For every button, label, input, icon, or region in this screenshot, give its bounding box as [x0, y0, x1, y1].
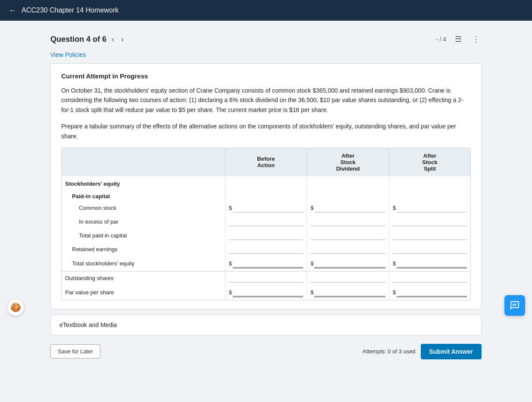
prev-question-button[interactable]: ‹ — [110, 33, 116, 46]
nav-title: ACC230 Chapter 14 Homework — [22, 6, 119, 14]
total-paid-in-before-cell — [225, 229, 307, 243]
view-policies-link[interactable]: View Policies — [50, 51, 86, 58]
attempt-label: Current Attempt in Progress — [61, 72, 471, 80]
common-stock-split-input[interactable] — [397, 204, 467, 212]
col-after-split-header: After Stock Split — [389, 148, 470, 176]
total-paid-in-split-cell — [389, 229, 470, 243]
common-stock-before-input[interactable] — [233, 204, 303, 212]
more-options-button[interactable]: ⋮ — [470, 33, 482, 46]
common-stock-dividend-input[interactable] — [314, 204, 385, 212]
table-row-outstanding-shares: Outstanding shares — [62, 271, 470, 285]
col-before-action-header: Before Action — [225, 148, 307, 176]
excess-par-before-cell — [225, 215, 307, 229]
dollar-sign: $ — [229, 260, 232, 267]
col-label-header — [62, 148, 225, 176]
common-stock-label: Common stock — [62, 201, 225, 215]
dollar-sign: $ — [393, 289, 396, 296]
outstanding-shares-split-input[interactable] — [393, 274, 467, 283]
bottom-right: Attempts: 0 of 3 used Submit Answer — [363, 344, 482, 359]
table-header-row: Before Action After Stock Dividend After… — [62, 148, 470, 176]
cookie-button[interactable]: 🍪 — [7, 299, 24, 316]
dollar-sign: $ — [393, 260, 396, 267]
question-title: Question 4 of 6 — [50, 35, 106, 44]
submit-answer-button[interactable]: Submit Answer — [421, 344, 482, 359]
retained-earnings-label: Retained earnings — [62, 243, 225, 256]
common-stock-before-cell: $ — [225, 201, 307, 215]
dollar-sign: $ — [229, 205, 232, 211]
par-value-label: Par value per share — [62, 285, 225, 300]
total-stockholders-split-input[interactable] — [397, 259, 467, 268]
col-after-dividend-header: After Stock Dividend — [307, 148, 389, 176]
bottom-bar: Save for Later Attempts: 0 of 3 used Sub… — [50, 340, 482, 363]
dollar-sign: $ — [310, 260, 313, 267]
outstanding-shares-before-cell — [225, 271, 307, 285]
dollar-sign: $ — [310, 289, 313, 296]
excess-par-split-input[interactable] — [393, 218, 467, 226]
dollar-sign: $ — [310, 205, 313, 211]
excess-par-split-cell — [389, 215, 470, 229]
back-icon[interactable]: ← — [9, 6, 16, 15]
equity-table-wrapper: Before Action After Stock Dividend After… — [61, 148, 471, 300]
retained-earnings-before-input[interactable] — [229, 245, 304, 254]
dollar-sign: $ — [393, 205, 396, 211]
problem-text: On October 31, the stockholders' equity … — [61, 86, 471, 115]
excess-par-dividend-input[interactable] — [310, 218, 385, 226]
par-value-split-input[interactable] — [397, 288, 467, 297]
page-indicator: - / 4 — [436, 36, 446, 43]
retained-earnings-before-cell — [225, 243, 307, 256]
table-row-excess-par: In excess of par — [62, 215, 470, 229]
chat-icon — [510, 300, 520, 311]
table-row-par-value: Par value per share $ $ — [62, 285, 470, 300]
main-content: Question 4 of 6 ‹ › - / 4 ☰ ⋮ View Polic… — [42, 21, 490, 370]
total-paid-in-split-input[interactable] — [393, 231, 467, 240]
list-icon-button[interactable]: ☰ — [453, 33, 463, 46]
navbar: ← ACC230 Chapter 14 Homework — [0, 0, 532, 21]
excess-par-dividend-cell — [307, 215, 389, 229]
total-stockholders-before-cell: $ — [225, 256, 307, 271]
outstanding-shares-split-cell — [389, 271, 470, 285]
table-row-total-paid-in: Total paid-in capital — [62, 229, 470, 243]
retained-earnings-dividend-cell — [307, 243, 389, 256]
dollar-sign: $ — [229, 289, 232, 296]
outstanding-shares-before-input[interactable] — [229, 274, 304, 283]
question-right: - / 4 ☰ ⋮ — [436, 33, 482, 46]
retained-earnings-split-cell — [389, 243, 470, 256]
total-stockholders-dividend-cell: $ — [307, 256, 389, 271]
outstanding-shares-dividend-input[interactable] — [310, 274, 385, 283]
etextbook-card: eTextbook and Media — [50, 315, 482, 335]
section-paid-in-capital: Paid-in capital — [62, 189, 470, 201]
total-paid-in-before-input[interactable] — [229, 231, 304, 240]
prepare-text: Prepare a tabular summary of the effects… — [61, 122, 471, 141]
common-stock-split-cell: $ — [389, 201, 470, 215]
par-value-dividend-cell: $ — [307, 285, 389, 300]
total-stockholders-dividend-input[interactable] — [314, 259, 385, 268]
question-header: Question 4 of 6 ‹ › - / 4 ☰ ⋮ — [50, 28, 482, 51]
outstanding-shares-label: Outstanding shares — [62, 271, 225, 285]
retained-earnings-dividend-input[interactable] — [310, 245, 385, 254]
stockholders-equity-label: Stockholders' equity — [62, 176, 225, 189]
retained-earnings-split-input[interactable] — [393, 245, 467, 254]
par-value-before-cell: $ — [225, 285, 307, 300]
outstanding-shares-dividend-cell — [307, 271, 389, 285]
par-value-before-input[interactable] — [233, 288, 303, 297]
common-stock-dividend-cell: $ — [307, 201, 389, 215]
total-paid-in-dividend-cell — [307, 229, 389, 243]
equity-table: Before Action After Stock Dividend After… — [62, 148, 470, 300]
next-question-button[interactable]: › — [119, 33, 125, 46]
total-paid-in-dividend-input[interactable] — [310, 231, 385, 240]
table-row-retained-earnings: Retained earnings — [62, 243, 470, 256]
excess-par-label: In excess of par — [62, 215, 225, 229]
total-stockholders-label: Total stockholders' equity — [62, 256, 225, 271]
table-row-common-stock: Common stock $ $ — [62, 201, 470, 215]
par-value-split-cell: $ — [389, 285, 470, 300]
question-nav: Question 4 of 6 ‹ › — [50, 33, 125, 46]
excess-par-before-input[interactable] — [229, 218, 304, 226]
par-value-dividend-input[interactable] — [314, 288, 385, 297]
paid-in-capital-label: Paid-in capital — [62, 189, 225, 201]
etextbook-label: eTextbook and Media — [59, 321, 117, 328]
total-stockholders-before-input[interactable] — [233, 259, 303, 268]
section-stockholders-equity: Stockholders' equity — [62, 176, 470, 189]
total-paid-in-label: Total paid-in capital — [62, 229, 225, 243]
save-later-button[interactable]: Save for Later — [50, 344, 100, 358]
chat-button[interactable] — [504, 295, 525, 316]
